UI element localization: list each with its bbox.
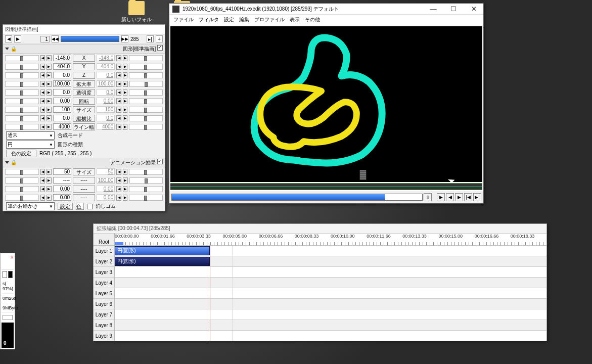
param-label-button[interactable]: ----	[73, 177, 95, 184]
timeline-clip[interactable]: 円(図形)	[115, 257, 210, 266]
param-value-right[interactable]: 4000	[97, 123, 115, 130]
layer-track[interactable]	[115, 299, 547, 309]
param-slider-right[interactable]	[129, 81, 163, 87]
decrement-button[interactable]: ◀	[40, 177, 45, 184]
seek-bar[interactable]	[171, 194, 423, 201]
layer-label[interactable]: Layer 9	[94, 331, 115, 341]
param-value-right[interactable]: 0.00	[97, 98, 115, 104]
shape-type-combo[interactable]: 円▼	[6, 141, 55, 149]
param-value-left[interactable]: ----	[53, 177, 71, 184]
param-value-left[interactable]: 404.0	[53, 63, 71, 70]
decrement-button[interactable]: ◀	[116, 195, 121, 201]
param-label-button[interactable]: Y	[73, 63, 95, 70]
panel-close-button[interactable]: ×	[2, 254, 14, 270]
collapse-icon[interactable]	[5, 48, 9, 50]
layer-label[interactable]: Layer 7	[94, 309, 115, 320]
param-slider-left[interactable]	[5, 89, 39, 96]
menu-view[interactable]: 表示	[290, 16, 300, 23]
param-label-button[interactable]: Z	[73, 72, 95, 79]
param-value-right[interactable]: 100.00	[97, 177, 115, 184]
decrement-button[interactable]: ◀	[116, 64, 121, 70]
increment-button[interactable]: ▶	[47, 55, 52, 61]
playhead[interactable]	[210, 309, 210, 320]
color-swatch-button[interactable]: 色	[76, 203, 84, 210]
goto-start-button[interactable]: |◀	[464, 193, 472, 201]
param-label-button[interactable]: ----	[73, 186, 95, 193]
param-label-button[interactable]: 回転	[73, 98, 95, 105]
decrement-button[interactable]: ◀	[116, 177, 121, 184]
param-value-right[interactable]: 404.0	[97, 63, 115, 70]
increment-button[interactable]: ▶	[123, 186, 128, 192]
decrement-button[interactable]: ◀	[116, 72, 121, 78]
increment-button[interactable]: ▶	[47, 195, 52, 201]
script-combo[interactable]: 筆のお絵かき▼	[6, 202, 55, 210]
layer-track[interactable]	[115, 331, 547, 341]
param-slider-right[interactable]	[129, 89, 163, 96]
param-slider-right[interactable]	[129, 115, 163, 121]
step-fwd-button[interactable]: ▶	[455, 193, 463, 201]
increment-button[interactable]: ▶	[123, 169, 128, 175]
increment-button[interactable]: ▶	[123, 177, 128, 184]
decrement-button[interactable]: ◀	[40, 124, 45, 130]
layer-track[interactable]	[115, 309, 547, 320]
layer-label[interactable]: Layer 3	[94, 267, 115, 277]
layer-label[interactable]: Layer 4	[94, 278, 115, 288]
param-value-left[interactable]: 50	[53, 168, 71, 175]
layer-label[interactable]: Layer 6	[94, 299, 115, 309]
maximize-button[interactable]: ☐	[447, 5, 460, 13]
script-setting-button[interactable]: 設定	[58, 203, 73, 210]
decrement-button[interactable]: ◀	[40, 186, 45, 192]
param-value-right[interactable]: 0.00	[97, 194, 115, 201]
param-slider-right[interactable]	[129, 124, 163, 130]
param-label-button[interactable]: ライン幅	[73, 123, 95, 130]
decrement-button[interactable]: ◀	[40, 89, 45, 96]
param-slider-right[interactable]	[129, 186, 163, 192]
lock-icon[interactable]: 🔒	[11, 46, 17, 52]
blend-mode-combo[interactable]: 通常▼	[6, 131, 55, 140]
time-ruler[interactable]: 00:00:00.0000:00:01.6600:00:03.3300:00:0…	[115, 234, 547, 245]
play-button[interactable]: ▶	[437, 193, 445, 201]
param-value-left[interactable]: 0.0	[53, 72, 71, 78]
decrement-button[interactable]: ◀	[40, 55, 45, 61]
decrement-button[interactable]: ◀	[40, 64, 45, 70]
seek-handle-icon[interactable]: ▯	[424, 193, 432, 201]
layer-track[interactable]: 円(図形)	[115, 246, 547, 256]
layer-label[interactable]: Layer 1	[94, 246, 115, 256]
decrement-button[interactable]: ◀	[116, 89, 121, 96]
param-label-button[interactable]: 縦横比	[73, 115, 95, 122]
param-label-button[interactable]: サイズ	[73, 106, 95, 113]
jump-end-button[interactable]: ▸|	[147, 35, 154, 42]
decrement-button[interactable]: ◀	[40, 107, 45, 113]
increment-button[interactable]: ▶	[123, 55, 128, 61]
param-label-button[interactable]: ----	[73, 194, 95, 201]
param-slider-left[interactable]	[5, 72, 39, 78]
enable-checkbox[interactable]	[157, 159, 163, 164]
param-slider-left[interactable]	[5, 169, 39, 175]
increment-button[interactable]: ▶	[47, 107, 52, 113]
menu-other[interactable]: その他	[305, 16, 320, 23]
increment-button[interactable]: ▶	[47, 177, 52, 184]
increment-button[interactable]: ▶	[123, 81, 128, 87]
decrement-button[interactable]: ◀	[40, 81, 45, 87]
increment-button[interactable]: ▶	[47, 72, 52, 78]
increment-button[interactable]: ▶	[47, 124, 52, 130]
param-slider-left[interactable]	[5, 64, 39, 70]
param-value-left[interactable]: 4000	[53, 123, 71, 130]
param-slider-right[interactable]	[129, 195, 163, 201]
record-icon[interactable]	[8, 271, 13, 278]
frame-slider[interactable]	[61, 36, 119, 42]
increment-button[interactable]: ▶	[47, 81, 52, 87]
collapse-icon[interactable]	[5, 161, 9, 164]
param-value-left[interactable]: 0.0	[53, 89, 71, 96]
param-slider-left[interactable]	[5, 124, 39, 130]
param-slider-right[interactable]	[129, 169, 163, 175]
param-slider-right[interactable]	[129, 72, 163, 78]
param-slider-right[interactable]	[129, 98, 163, 104]
increment-button[interactable]: ▶	[123, 64, 128, 70]
layer-label[interactable]: Layer 2	[94, 256, 115, 266]
param-value-left[interactable]: -148.0	[53, 55, 71, 61]
menu-profile[interactable]: プロファイル	[254, 16, 285, 23]
playhead[interactable]	[210, 331, 210, 341]
current-frame-input[interactable]: 1	[40, 36, 50, 42]
param-slider-left[interactable]	[5, 98, 39, 104]
